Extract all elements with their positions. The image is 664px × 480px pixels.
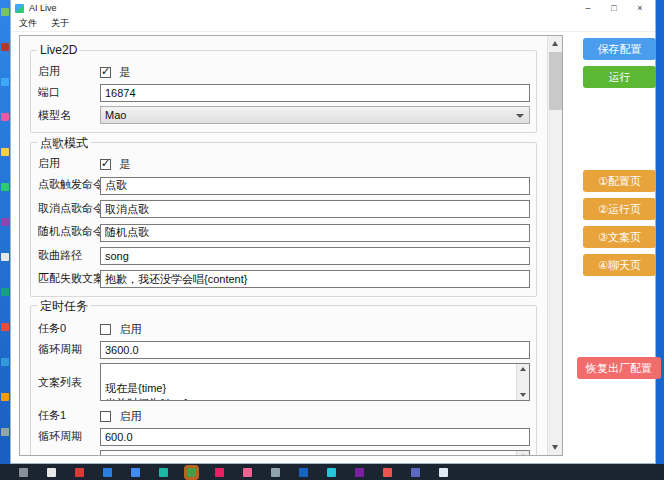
app-icon [15,4,24,13]
desktop-icon[interactable] [1,8,9,16]
desktop-icon[interactable] [1,358,9,366]
desktop-icon[interactable] [1,113,9,121]
song-path-input[interactable] [100,247,530,265]
task1-cycle-label: 循环周期 [38,429,100,444]
desktop-icon[interactable] [1,218,9,226]
config-scroll-panel: Live2D 启用 是 端口 模型名 Mao [19,35,563,456]
song-fail-label: 匹配失败文案 [38,271,100,286]
desktop-icon[interactable] [1,428,9,436]
scroll-down-icon [552,445,558,450]
scroll-up-icon [520,367,526,371]
task0-list-label: 文案列表 [38,375,100,390]
taskbar-app-icon[interactable] [411,468,420,477]
task1-list-textarea[interactable]: 感谢还在观看直播的{user_num}位兄弟姐妹们 [100,450,530,456]
nav-run-page-button[interactable]: ②运行页 [583,198,656,220]
factory-reset-button[interactable]: 恢复出厂配置 [577,357,661,379]
taskbar-app-icon[interactable] [215,468,224,477]
task0-enable-checkbox[interactable] [100,324,111,335]
menu-file[interactable]: 文件 [19,17,37,30]
taskbar [0,464,664,480]
song-trigger-label: 点歌触发命令 [38,177,100,192]
live2d-port-label: 端口 [38,85,100,100]
task1-label: 任务1 [38,408,100,423]
task1-cycle-input[interactable] [100,428,530,446]
taskbar-app-icon[interactable] [439,468,448,477]
scroll-up-icon [552,41,558,46]
live2d-model-label: 模型名 [38,108,100,123]
scroll-down-icon [520,393,526,397]
panel-scrollbar[interactable] [547,36,562,455]
live2d-enable-label: 启用 [38,64,100,79]
group-timed-tasks-title: 定时任务 [37,298,91,315]
nav-text-page-button[interactable]: ③文案页 [583,226,656,248]
taskbar-app-icon[interactable] [383,468,392,477]
save-config-button[interactable]: 保存配置 [583,38,656,60]
desktop-icon[interactable] [1,253,9,261]
desktop-icon[interactable] [1,393,9,401]
task0-list-textarea[interactable]: 现在是{time} 当前时间为{time} [100,363,530,401]
task0-label: 任务0 [38,321,100,336]
taskbar-app-icon[interactable] [299,468,308,477]
live2d-enable-checkbox[interactable] [100,67,111,78]
chevron-down-icon [516,114,524,118]
taskbar-app-icon[interactable] [103,468,112,477]
group-live2d: Live2D 启用 是 端口 模型名 Mao [30,50,537,133]
desktop-icon[interactable] [1,288,9,296]
run-button[interactable]: 运行 [583,66,656,88]
taskbar-app-icon[interactable] [271,468,280,477]
song-random-label: 随机点歌命令 [38,224,100,239]
song-random-input[interactable] [100,224,530,242]
group-timed-tasks: 定时任务 任务0 启用 循环周期 文案列表 现在是{ti [30,305,537,456]
desktop-icon[interactable] [1,43,9,51]
minimize-icon[interactable]: – [575,0,601,16]
song-fail-input[interactable] [100,270,530,288]
desktop-icon[interactable] [1,78,9,86]
song-path-label: 歌曲路径 [38,248,100,263]
taskbar-app-icon[interactable] [243,468,252,477]
live2d-enable-text: 是 [119,66,130,78]
taskbar-app-icon[interactable] [159,468,168,477]
desktop-left-strip [0,0,10,464]
nav-chat-page-button[interactable]: ④聊天页 [583,254,656,276]
maximize-icon[interactable]: □ [601,0,627,16]
taskbar-app-icon[interactable] [19,468,28,477]
song-enable-label: 启用 [38,156,100,171]
taskbar-app-icon[interactable] [355,468,364,477]
menu-bar: 文件 关于 [11,16,655,32]
song-enable-text: 是 [119,158,130,170]
taskbar-app-icon[interactable] [47,468,56,477]
desktop-icon[interactable] [1,148,9,156]
close-icon[interactable]: × [627,0,653,16]
song-trigger-input[interactable] [100,177,530,195]
task0-cycle-input[interactable] [100,341,530,359]
song-cancel-input[interactable] [100,200,530,218]
window-title: AI Live [29,3,57,13]
task1-enable-checkbox[interactable] [100,411,111,422]
menu-about[interactable]: 关于 [51,17,69,30]
live2d-model-value: Mao [105,109,126,121]
task0-cycle-label: 循环周期 [38,342,100,357]
song-cancel-label: 取消点歌命令 [38,201,100,216]
scroll-up-icon [520,454,526,456]
desktop-icon[interactable] [1,323,9,331]
taskbar-app-icon[interactable] [327,468,336,477]
task1-list-scrollbar[interactable] [516,451,529,456]
scroll-thumb[interactable] [549,52,562,110]
task0-list-text: 现在是{time} 当前时间为{time} [105,382,188,401]
app-window: AI Live – □ × 文件 关于 Live2D 启用 是 [10,0,656,464]
group-song-mode: 点歌模式 启用 是 点歌触发命令 取消点歌命令 随机点歌 [30,142,537,297]
title-bar: AI Live – □ × [11,0,655,16]
desktop-right-strip [656,0,664,464]
taskbar-app-icon[interactable] [131,468,140,477]
live2d-port-input[interactable] [100,84,530,102]
live2d-model-select[interactable]: Mao [100,106,530,124]
taskbar-app-icon[interactable] [75,468,84,477]
song-enable-checkbox[interactable] [100,159,111,170]
nav-config-page-button[interactable]: ①配置页 [583,170,656,192]
task1-enable-text: 启用 [119,410,141,422]
task0-enable-text: 启用 [119,323,141,335]
taskbar-app-icon[interactable] [187,468,196,477]
group-song-mode-title: 点歌模式 [37,135,91,152]
task0-list-scrollbar[interactable] [516,364,529,400]
desktop-icon[interactable] [1,183,9,191]
